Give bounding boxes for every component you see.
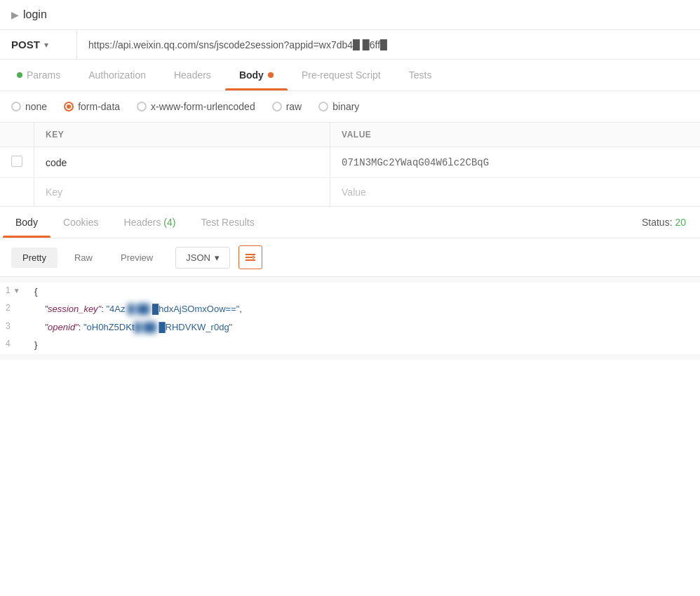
response-tab-cookies-label: Cookies <box>63 217 99 228</box>
line-4-brace: } <box>34 339 37 350</box>
tab-params-label: Params <box>27 69 60 81</box>
tab-params-dot <box>17 72 22 78</box>
line-3-content: "openid": "oH0hZ5DKt█ ██ █RHDVKW_r0dg" <box>32 319 700 335</box>
format-raw-button[interactable]: Raw <box>63 248 104 268</box>
table-row: Key Value <box>0 178 700 207</box>
status-label: Status: <box>642 217 673 228</box>
method-dropdown-icon: ▾ <box>44 40 48 50</box>
format-type-dropdown-icon: ▾ <box>215 252 220 263</box>
radio-none-circle <box>11 102 21 111</box>
line-num-3-text: 3 <box>6 319 11 334</box>
json-line-2: 2 "session_key": "4Az █ ██ █hdxAjSOmxOow… <box>0 300 700 318</box>
body-type-form-data[interactable]: form-data <box>64 101 120 112</box>
radio-form-data-circle <box>64 102 74 111</box>
tab-body[interactable]: Body <box>225 60 288 90</box>
line-num-4-text: 4 <box>6 337 11 352</box>
method-label: POST <box>11 39 40 50</box>
body-type-raw[interactable]: raw <box>272 101 302 112</box>
table-value-header: VALUE <box>330 123 700 147</box>
response-tab-test-results[interactable]: Test Results <box>188 207 267 238</box>
json-viewer: 1 ▼ { 2 "session_key": "4Az █ ██ █hdxAjS… <box>0 283 700 354</box>
tab-params[interactable]: Params <box>3 60 74 90</box>
status-code: 20 <box>675 217 686 228</box>
wrap-button[interactable] <box>238 245 262 269</box>
tab-tests[interactable]: Tests <box>395 60 446 90</box>
row1-key[interactable]: code <box>34 147 330 178</box>
status-area: Status: 20 <box>631 207 697 238</box>
format-pretty-button[interactable]: Pretty <box>11 248 58 268</box>
row1-checkbox-cell[interactable] <box>0 147 34 178</box>
radio-none-label: none <box>25 101 47 112</box>
table-key-header: KEY <box>34 123 330 147</box>
body-type-binary[interactable]: binary <box>318 101 359 112</box>
comma-1: , <box>239 304 242 314</box>
breadcrumb-arrow: ▶ <box>11 9 19 20</box>
json-line-3: 3 "openid": "oH0hZ5DKt█ ██ █RHDVKW_r0dg" <box>0 318 700 336</box>
radio-binary-label: binary <box>332 101 359 112</box>
line-num-1-text: 1 <box>6 283 11 299</box>
session-key-value: "4Az █ ██ █hdxAjSOmxOow==" <box>106 304 239 314</box>
radio-form-data-label: form-data <box>78 101 120 112</box>
method-select[interactable]: POST ▾ <box>0 30 77 59</box>
tab-pre-request-script[interactable]: Pre-request Script <box>288 60 395 90</box>
response-tab-bar: Body Cookies Headers (4) Test Results St… <box>0 207 700 238</box>
tab-authorization[interactable]: Authorization <box>74 60 160 90</box>
kv-table: KEY VALUE code 071N3MGc2YWaqG04W6lc2CBqG… <box>0 123 700 207</box>
format-preview-button[interactable]: Preview <box>109 248 164 268</box>
session-key-key: "session_key" <box>44 304 101 314</box>
radio-raw-circle <box>272 102 282 111</box>
body-type-urlencoded[interactable]: x-www-form-urlencoded <box>137 101 255 112</box>
json-line-1: 1 ▼ { <box>0 283 700 300</box>
tab-headers[interactable]: Headers <box>160 60 225 90</box>
top-bar: ▶ login <box>0 0 700 30</box>
response-tabs: Body Cookies Headers (4) Test Results <box>3 207 267 238</box>
line-number-3: 3 <box>0 319 32 334</box>
response-tab-test-results-label: Test Results <box>201 217 254 228</box>
response-tab-body[interactable]: Body <box>3 207 51 238</box>
request-tab-bar: Params Authorization Headers Body Pre-re… <box>0 60 700 91</box>
line-number-1: 1 ▼ <box>0 283 32 299</box>
body-type-none[interactable]: none <box>11 101 47 112</box>
response-tab-headers-count: (4) <box>163 217 175 228</box>
page-title: login <box>23 8 47 21</box>
format-type-label: JSON <box>186 252 210 263</box>
line-number-2: 2 <box>0 301 32 316</box>
json-viewer-area: 1 ▼ { 2 "session_key": "4Az █ ██ █hdxAjS… <box>0 277 700 360</box>
tab-tests-label: Tests <box>409 69 432 81</box>
response-tab-cookies[interactable]: Cookies <box>51 207 112 238</box>
tab-authorization-label: Authorization <box>88 69 146 81</box>
line-1-content: { <box>32 283 700 299</box>
wrap-icon <box>244 251 257 264</box>
line-number-4: 4 <box>0 337 32 352</box>
response-tab-headers[interactable]: Headers (4) <box>112 207 189 238</box>
line-2-content: "session_key": "4Az █ ██ █hdxAjSOmxOow==… <box>32 301 700 317</box>
line-1-brace: { <box>34 286 37 297</box>
format-type-select[interactable]: JSON ▾ <box>175 247 230 269</box>
row2-checkbox-cell[interactable] <box>0 178 34 207</box>
tab-pre-request-label: Pre-request Script <box>302 69 381 81</box>
url-bar: POST ▾ <box>0 30 700 60</box>
radio-urlencoded-circle <box>137 102 147 111</box>
row1-value[interactable]: 071N3MGc2YWaqG04W6lc2CBqG <box>330 147 700 178</box>
tab-body-label: Body <box>239 69 264 81</box>
url-input[interactable] <box>77 31 700 59</box>
row1-checkbox[interactable] <box>11 156 22 167</box>
line-4-content: } <box>32 337 700 353</box>
response-tab-body-label: Body <box>15 217 38 228</box>
radio-raw-label: raw <box>286 101 302 112</box>
table-row: code 071N3MGc2YWaqG04W6lc2CBqG <box>0 147 700 178</box>
radio-binary-circle <box>318 102 328 111</box>
openid-value: "oH0hZ5DKt█ ██ █RHDVKW_r0dg" <box>83 322 232 332</box>
radio-urlencoded-label: x-www-form-urlencoded <box>151 101 255 112</box>
colon-2: : <box>79 322 83 332</box>
tab-body-dot <box>268 72 274 78</box>
body-type-bar: none form-data x-www-form-urlencoded raw… <box>0 91 700 123</box>
line-1-collapse-icon[interactable]: ▼ <box>13 285 20 297</box>
line-num-2-text: 2 <box>6 301 11 316</box>
tab-headers-label: Headers <box>174 69 211 81</box>
row2-key[interactable]: Key <box>34 178 330 207</box>
json-line-4: 4 } <box>0 336 700 353</box>
response-tab-headers-label: Headers <box>124 217 164 228</box>
table-checkbox-header <box>0 123 34 147</box>
row2-value[interactable]: Value <box>330 178 700 207</box>
